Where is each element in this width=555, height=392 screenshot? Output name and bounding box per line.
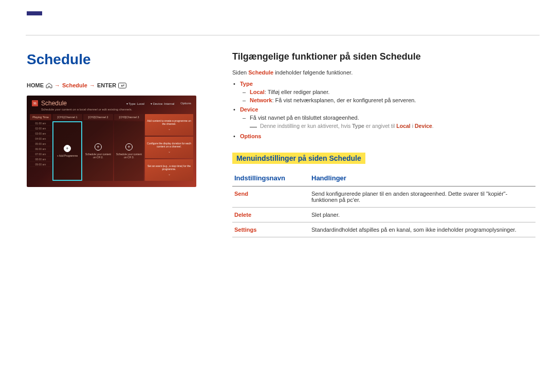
channel-column[interactable]: [CH2]Channel 2+Schedule your content on … (83, 114, 113, 181)
mock-header-right: ▾ Type: Local ▾ Device: Internal Options (126, 102, 191, 105)
mock-device-select[interactable]: ▾ Device: Internal (151, 102, 174, 105)
right-column: Tilgængelige funktioner på siden Schedul… (232, 51, 535, 237)
functions-list: Type Local: Tilføj eller rediger planer.… (232, 81, 535, 139)
option-action: Send konfigurerede planer til en anden s… (309, 186, 535, 208)
th-name: Indstillingsnavn (232, 171, 309, 186)
plus-icon[interactable]: + (95, 143, 102, 151)
device-note: ― Denne indstilling er kun aktiveret, hv… (239, 123, 535, 130)
func-type-local: Local: Tilføj eller rediger planer. (250, 89, 535, 95)
info-box[interactable]: Set an event (e.g., a stop time) for the… (145, 159, 193, 181)
breadcrumb-home: HOME (27, 82, 44, 88)
func-device: Device Få vist navnet på en tilsluttet s… (239, 106, 535, 130)
channel-column[interactable]: [CH3]Channel 3+Schedule your content on … (114, 114, 144, 181)
channel-label: Schedule your content on CH 2. (83, 153, 113, 159)
subsection-heading: Menuindstillinger på siden Schedule (232, 153, 365, 164)
time-slot: 06:00 am (30, 146, 51, 152)
time-slot: 07:00 am (30, 152, 51, 157)
brand-bar (27, 11, 42, 15)
enter-icon (118, 83, 126, 88)
time-slot: 04:00 am (30, 136, 51, 141)
mock-type-select[interactable]: ▾ Type: Local (126, 102, 144, 105)
info-column: Add content to create a programme on the… (145, 114, 193, 181)
time-header: Playing Time (30, 114, 51, 120)
section-heading: Tilgængelige funktioner på siden Schedul… (232, 51, 535, 62)
channel-body[interactable]: +Schedule your content on CH 3. (114, 121, 144, 181)
mock-body: Playing Time 01:00 am02:00 am03:00 am04:… (27, 114, 196, 181)
options-table: Indstillingsnavn Handlinger SendSend kon… (232, 171, 535, 237)
table-row: SettingsStandardindholdet afspilles på e… (232, 222, 535, 237)
channel-body[interactable]: ++ Add Programme (52, 121, 82, 181)
breadcrumb-schedule: Schedule (62, 82, 87, 88)
func-options: Options (239, 133, 535, 139)
channel-body[interactable]: +Schedule your content on CH 2. (83, 121, 113, 181)
page-title: Schedule (27, 51, 196, 68)
note-dash-icon: ― (250, 123, 257, 130)
table-row: SendSend konfigurerede planer til en and… (232, 186, 535, 208)
channel-header: [CH2]Channel 2 (83, 114, 113, 120)
calendar-icon: 31 (32, 100, 38, 106)
channel-header: [CH3]Channel 3 (114, 114, 144, 120)
channel-label: + Add Programme (55, 154, 79, 157)
breadcrumb-enter: ENTER (97, 82, 116, 88)
th-action: Handlinger (309, 171, 535, 186)
plus-icon[interactable]: + (64, 145, 71, 152)
channel-label: Schedule your content on CH 3. (114, 153, 144, 159)
mock-title: Schedule (41, 100, 67, 107)
mock-subtitle: Schedule your content on a local channel… (27, 108, 196, 114)
breadcrumb-arrow-2: → (89, 82, 95, 88)
time-slot: 05:00 am (30, 141, 51, 146)
intro-text: Siden Schedule indeholder følgende funkt… (232, 69, 535, 76)
top-divider (26, 35, 540, 35)
time-slot: 02:00 am (30, 126, 51, 131)
schedule-screenshot: 31 Schedule ▾ Type: Local ▾ Device: Inte… (27, 96, 196, 187)
breadcrumb-arrow-1: → (54, 82, 60, 88)
table-row: DeleteSlet planer. (232, 208, 535, 222)
func-type: Type Local: Tilføj eller rediger planer.… (239, 81, 535, 103)
home-icon (46, 83, 52, 88)
time-column: Playing Time 01:00 am02:00 am03:00 am04:… (30, 114, 51, 181)
time-slot: 03:00 am (30, 131, 51, 136)
channel-column[interactable]: [CH1]Channel 1++ Add Programme (52, 114, 82, 181)
plus-icon[interactable]: + (125, 143, 133, 151)
mock-options-button[interactable]: Options (180, 102, 191, 105)
breadcrumb: HOME → Schedule → ENTER (27, 82, 196, 88)
left-column: Schedule HOME → Schedule → ENTER 31 Sche… (27, 51, 196, 237)
info-box[interactable]: Configure the display duration for each … (145, 137, 193, 158)
time-slot: 09:00 am (30, 162, 51, 167)
time-slot: 01:00 am (30, 121, 51, 126)
info-box[interactable]: Add content to create a programme on the… (145, 114, 193, 136)
func-type-network: Network: Få vist netværksplanen, der er … (250, 97, 535, 103)
option-name: Send (232, 186, 309, 208)
channel-header: [CH1]Channel 1 (52, 114, 82, 120)
option-action: Standardindholdet afspilles på en kanal,… (309, 222, 535, 237)
func-device-line: Få vist navnet på en tilsluttet storagee… (250, 115, 535, 121)
option-action: Slet planer. (309, 208, 535, 222)
mock-header: 31 Schedule ▾ Type: Local ▾ Device: Inte… (27, 96, 196, 108)
option-name: Delete (232, 208, 309, 222)
option-name: Settings (232, 222, 309, 237)
time-slot: 08:00 am (30, 157, 51, 162)
